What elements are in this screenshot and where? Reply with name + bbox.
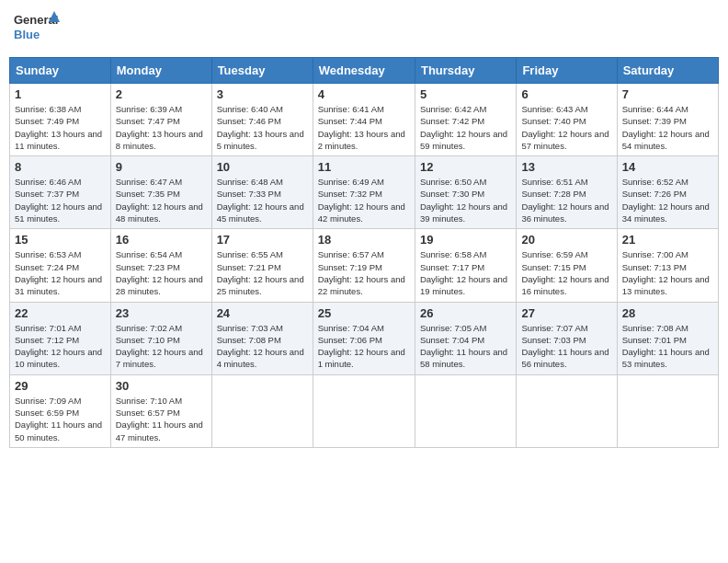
day-info: Sunrise: 6:49 AMSunset: 7:32 PMDaylight:… bbox=[318, 176, 410, 224]
day-info: Sunrise: 7:09 AMSunset: 6:59 PMDaylight:… bbox=[15, 395, 106, 443]
day-info: Sunrise: 6:43 AMSunset: 7:40 PMDaylight:… bbox=[521, 103, 611, 152]
day-info: Sunrise: 7:03 AMSunset: 7:08 PMDaylight:… bbox=[217, 322, 308, 371]
day-number: 8 bbox=[15, 160, 106, 174]
day-info: Sunrise: 7:10 AMSunset: 6:57 PMDaylight:… bbox=[116, 395, 207, 443]
day-info: Sunrise: 6:52 AMSunset: 7:26 PMDaylight:… bbox=[622, 176, 713, 224]
day-number: 26 bbox=[420, 306, 511, 320]
calendar-cell: 26 Sunrise: 7:05 AMSunset: 7:04 PMDaylig… bbox=[415, 302, 516, 374]
col-header-thursday: Thursday bbox=[415, 58, 516, 84]
calendar-table: SundayMondayTuesdayWednesdayThursdayFrid… bbox=[9, 57, 719, 448]
calendar-cell: 22 Sunrise: 7:01 AMSunset: 7:12 PMDaylig… bbox=[10, 302, 111, 374]
day-info: Sunrise: 6:51 AMSunset: 7:28 PMDaylight:… bbox=[521, 176, 611, 224]
week-row-4: 22 Sunrise: 7:01 AMSunset: 7:12 PMDaylig… bbox=[10, 302, 719, 374]
day-info: Sunrise: 6:57 AMSunset: 7:19 PMDaylight:… bbox=[318, 248, 410, 297]
day-number: 5 bbox=[420, 87, 511, 101]
day-number: 21 bbox=[622, 233, 713, 247]
day-number: 30 bbox=[116, 379, 207, 393]
day-number: 7 bbox=[622, 87, 713, 101]
day-number: 11 bbox=[318, 160, 410, 174]
calendar-cell: 17 Sunrise: 6:55 AMSunset: 7:21 PMDaylig… bbox=[211, 229, 313, 302]
calendar-cell: 27 Sunrise: 7:07 AMSunset: 7:03 PMDaylig… bbox=[517, 302, 617, 374]
col-header-friday: Friday bbox=[517, 58, 617, 84]
day-number: 19 bbox=[420, 233, 511, 247]
col-header-saturday: Saturday bbox=[617, 58, 718, 84]
day-number: 4 bbox=[318, 87, 410, 101]
week-row-3: 15 Sunrise: 6:53 AMSunset: 7:24 PMDaylig… bbox=[10, 229, 719, 302]
calendar-cell: 9 Sunrise: 6:47 AMSunset: 7:35 PMDayligh… bbox=[110, 156, 211, 229]
calendar-cell: 13 Sunrise: 6:51 AMSunset: 7:28 PMDaylig… bbox=[517, 156, 617, 229]
day-number: 22 bbox=[15, 306, 106, 320]
logo: General Blue bbox=[14, 9, 60, 48]
day-number: 3 bbox=[217, 87, 308, 101]
calendar-cell: 23 Sunrise: 7:02 AMSunset: 7:10 PMDaylig… bbox=[110, 302, 211, 374]
day-info: Sunrise: 6:54 AMSunset: 7:23 PMDaylight:… bbox=[116, 248, 207, 297]
day-info: Sunrise: 6:40 AMSunset: 7:46 PMDaylight:… bbox=[217, 103, 308, 152]
day-number: 17 bbox=[217, 233, 308, 247]
calendar-cell bbox=[211, 374, 313, 447]
day-info: Sunrise: 6:44 AMSunset: 7:39 PMDaylight:… bbox=[622, 103, 713, 152]
day-number: 1 bbox=[15, 87, 106, 101]
calendar-cell: 7 Sunrise: 6:44 AMSunset: 7:39 PMDayligh… bbox=[617, 84, 718, 156]
calendar-cell: 10 Sunrise: 6:48 AMSunset: 7:33 PMDaylig… bbox=[211, 156, 313, 229]
calendar-cell: 28 Sunrise: 7:08 AMSunset: 7:01 PMDaylig… bbox=[617, 302, 718, 374]
day-info: Sunrise: 6:42 AMSunset: 7:42 PMDaylight:… bbox=[420, 103, 511, 152]
day-info: Sunrise: 7:04 AMSunset: 7:06 PMDaylight:… bbox=[318, 322, 410, 371]
day-info: Sunrise: 7:01 AMSunset: 7:12 PMDaylight:… bbox=[15, 322, 106, 371]
day-number: 23 bbox=[116, 306, 207, 320]
day-info: Sunrise: 6:55 AMSunset: 7:21 PMDaylight:… bbox=[217, 248, 308, 297]
day-info: Sunrise: 6:46 AMSunset: 7:37 PMDaylight:… bbox=[15, 176, 106, 224]
calendar-cell: 12 Sunrise: 6:50 AMSunset: 7:30 PMDaylig… bbox=[415, 156, 516, 229]
day-number: 16 bbox=[116, 233, 207, 247]
calendar-cell: 30 Sunrise: 7:10 AMSunset: 6:57 PMDaylig… bbox=[110, 374, 211, 447]
calendar-cell: 18 Sunrise: 6:57 AMSunset: 7:19 PMDaylig… bbox=[313, 229, 415, 302]
day-number: 6 bbox=[521, 87, 611, 101]
day-number: 15 bbox=[15, 233, 106, 247]
calendar-cell: 5 Sunrise: 6:42 AMSunset: 7:42 PMDayligh… bbox=[415, 84, 516, 156]
day-number: 18 bbox=[318, 233, 410, 247]
calendar-cell: 6 Sunrise: 6:43 AMSunset: 7:40 PMDayligh… bbox=[517, 84, 617, 156]
day-info: Sunrise: 6:50 AMSunset: 7:30 PMDaylight:… bbox=[420, 176, 511, 224]
day-number: 10 bbox=[217, 160, 308, 174]
day-info: Sunrise: 7:05 AMSunset: 7:04 PMDaylight:… bbox=[420, 322, 511, 371]
calendar-cell: 8 Sunrise: 6:46 AMSunset: 7:37 PMDayligh… bbox=[10, 156, 111, 229]
calendar-cell: 11 Sunrise: 6:49 AMSunset: 7:32 PMDaylig… bbox=[313, 156, 415, 229]
day-number: 24 bbox=[217, 306, 308, 320]
calendar-cell: 21 Sunrise: 7:00 AMSunset: 7:13 PMDaylig… bbox=[617, 229, 718, 302]
col-header-tuesday: Tuesday bbox=[211, 58, 313, 84]
day-info: Sunrise: 6:59 AMSunset: 7:15 PMDaylight:… bbox=[521, 248, 611, 297]
col-header-sunday: Sunday bbox=[10, 58, 111, 84]
day-info: Sunrise: 6:53 AMSunset: 7:24 PMDaylight:… bbox=[15, 248, 106, 297]
calendar-cell bbox=[415, 374, 516, 447]
week-row-1: 1 Sunrise: 6:38 AMSunset: 7:49 PMDayligh… bbox=[10, 84, 719, 156]
week-row-2: 8 Sunrise: 6:46 AMSunset: 7:37 PMDayligh… bbox=[10, 156, 719, 229]
calendar-cell: 3 Sunrise: 6:40 AMSunset: 7:46 PMDayligh… bbox=[211, 84, 313, 156]
day-info: Sunrise: 7:07 AMSunset: 7:03 PMDaylight:… bbox=[521, 322, 611, 371]
calendar-header-row: SundayMondayTuesdayWednesdayThursdayFrid… bbox=[10, 58, 719, 84]
calendar-cell: 25 Sunrise: 7:04 AMSunset: 7:06 PMDaylig… bbox=[313, 302, 415, 374]
day-info: Sunrise: 7:08 AMSunset: 7:01 PMDaylight:… bbox=[622, 322, 713, 371]
calendar-cell: 4 Sunrise: 6:41 AMSunset: 7:44 PMDayligh… bbox=[313, 84, 415, 156]
day-number: 25 bbox=[318, 306, 410, 320]
calendar-cell: 15 Sunrise: 6:53 AMSunset: 7:24 PMDaylig… bbox=[10, 229, 111, 302]
page-header: General Blue bbox=[9, 9, 719, 48]
col-header-monday: Monday bbox=[110, 58, 211, 84]
day-info: Sunrise: 7:00 AMSunset: 7:13 PMDaylight:… bbox=[622, 248, 713, 297]
day-number: 12 bbox=[420, 160, 511, 174]
day-info: Sunrise: 6:39 AMSunset: 7:47 PMDaylight:… bbox=[116, 103, 207, 152]
day-number: 28 bbox=[622, 306, 713, 320]
calendar-cell bbox=[617, 374, 718, 447]
calendar-cell bbox=[517, 374, 617, 447]
calendar-cell bbox=[313, 374, 415, 447]
day-info: Sunrise: 6:48 AMSunset: 7:33 PMDaylight:… bbox=[217, 176, 308, 224]
logo-svg: General Blue bbox=[14, 9, 60, 48]
calendar-cell: 1 Sunrise: 6:38 AMSunset: 7:49 PMDayligh… bbox=[10, 84, 111, 156]
day-number: 2 bbox=[116, 87, 207, 101]
day-info: Sunrise: 7:02 AMSunset: 7:10 PMDaylight:… bbox=[116, 322, 207, 371]
svg-text:Blue: Blue bbox=[14, 28, 40, 41]
col-header-wednesday: Wednesday bbox=[313, 58, 415, 84]
calendar-cell: 2 Sunrise: 6:39 AMSunset: 7:47 PMDayligh… bbox=[110, 84, 211, 156]
calendar-cell: 24 Sunrise: 7:03 AMSunset: 7:08 PMDaylig… bbox=[211, 302, 313, 374]
week-row-5: 29 Sunrise: 7:09 AMSunset: 6:59 PMDaylig… bbox=[10, 374, 719, 447]
day-number: 13 bbox=[521, 160, 611, 174]
day-info: Sunrise: 6:47 AMSunset: 7:35 PMDaylight:… bbox=[116, 176, 207, 224]
